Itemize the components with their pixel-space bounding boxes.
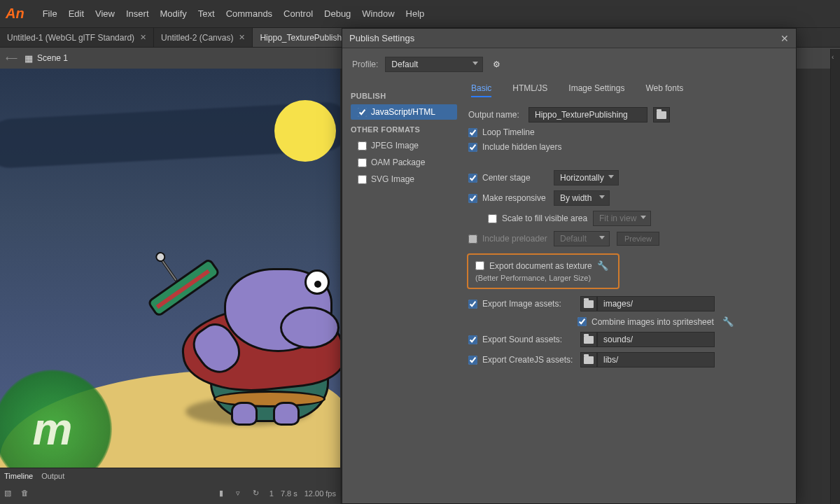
scene-name[interactable]: Scene 1 [37,53,68,63]
menu-edit[interactable]: Edit [69,8,84,19]
gear-icon[interactable]: ⚙ [490,58,503,71]
output-tab[interactable]: Output [41,472,64,480]
make-responsive-label: Make responsive [482,193,546,203]
tab-web-fonts[interactable]: Web fonts [645,83,683,97]
document-tab-1-label: Untitled-1 (WebGL glTF Standard) [7,33,134,43]
include-preloader-checkbox[interactable]: Include preloader [468,234,554,244]
chevron-down-icon [599,195,605,199]
center-stage-mode-value: Horizontally [560,173,604,183]
include-preloader-label: Include preloader [482,234,547,244]
loop-timeline-checkbox[interactable]: Loop Timeline [468,127,535,137]
profile-label: Profile: [352,59,378,69]
sounds-folder-button[interactable] [580,332,597,347]
images-folder-button[interactable] [580,296,597,312]
libs-folder-button[interactable] [580,352,597,368]
top-menu-bar: An File Edit View Insert Modify Text Com… [0,0,840,28]
close-icon[interactable]: ✕ [780,33,789,44]
preloader-mode-value: Default [560,234,587,244]
export-texture-label: Export document as texture [489,261,592,271]
sidebar-item-svg[interactable]: SVG Image [351,172,461,187]
make-responsive-checkbox[interactable]: Make responsive [468,193,554,203]
menu-window[interactable]: Window [362,8,394,19]
tab-image-settings[interactable]: Image Settings [568,83,624,97]
current-frame: 1 [270,489,274,498]
folder-icon [584,336,594,344]
scale-fill-checkbox[interactable]: Scale to fill visible area [488,214,593,223]
menu-file[interactable]: File [43,8,57,19]
center-stage-mode-select[interactable]: Horizontally [554,170,619,186]
publish-tabs: Basic HTML/JS Image Settings Web fonts [468,83,783,97]
export-texture-subtitle: (Better Performance, Larger Size) [475,274,611,282]
sidebar-item-svg-checkbox[interactable] [358,175,367,184]
right-panel-collapsed[interactable]: ‹ [830,49,840,504]
center-stage-label: Center stage [482,173,531,183]
close-icon[interactable]: ✕ [239,33,245,42]
timeline-tab[interactable]: Timeline [4,472,33,480]
sounds-path-input[interactable] [597,332,715,347]
publish-sidebar: PUBLISH JavaScript/HTML OTHER FORMATS JP… [342,76,461,504]
responsive-mode-select[interactable]: By width [554,190,610,206]
sidebar-item-jpeg-checkbox[interactable] [358,141,367,150]
document-tab-3-label: Hippo_TexturePublishi [260,33,343,43]
close-icon[interactable]: ✕ [140,33,146,42]
profile-select[interactable]: Default [385,57,483,72]
chevron-down-icon [608,175,614,178]
loop-icon[interactable]: ↻ [253,489,262,498]
export-createjs-label: Export CreateJS assets: [482,355,573,365]
back-icon[interactable]: ⟵ [6,53,18,63]
sidebar-item-js-html-checkbox[interactable] [358,108,367,117]
sidebar-item-oam-checkbox[interactable] [358,158,367,167]
moon-shape [274,100,336,162]
wrench-icon[interactable]: 🔧 [722,316,734,327]
include-hidden-checkbox[interactable]: Include hidden layers [468,142,561,152]
document-tab-1[interactable]: Untitled-1 (WebGL glTF Standard)✕ [0,28,154,47]
elapsed-time: 7.8 s [281,489,298,498]
output-name-input[interactable] [528,107,648,122]
menu-debug[interactable]: Debug [324,8,351,19]
preview-button: Preview [617,232,659,246]
export-image-checkbox[interactable]: Export Image assets: [468,299,575,309]
menu-text[interactable]: Text [198,8,215,19]
publish-settings-dialog: Publish Settings ✕ Profile: Default ⚙ PU… [342,28,797,504]
output-name-label: Output name: [468,110,528,120]
keyframe-icon[interactable]: ▧ [4,489,14,498]
chevron-left-icon: ‹ [832,53,834,61]
folder-icon [584,356,594,364]
trash-icon[interactable]: 🗑 [21,489,31,498]
other-formats-header: OTHER FORMATS [351,125,461,134]
profile-select-value: Default [391,59,418,69]
center-stage-checkbox[interactable]: Center stage [468,173,554,183]
export-texture-checkbox[interactable]: Export document as texture [475,261,592,271]
chevron-down-icon [599,236,605,239]
sidebar-item-oam[interactable]: OAM Package [351,155,461,170]
browse-output-folder-button[interactable] [653,107,670,122]
menu-insert[interactable]: Insert [126,8,149,19]
dialog-titlebar[interactable]: Publish Settings ✕ [342,29,796,48]
publish-main-panel: Basic HTML/JS Image Settings Web fonts O… [461,76,796,504]
sidebar-item-label: SVG Image [371,174,414,184]
marker-icon[interactable]: ▿ [236,489,246,498]
images-path-input[interactable] [597,296,715,312]
hippo-character [175,240,336,422]
include-hidden-label: Include hidden layers [482,142,561,152]
folder-icon [657,111,666,119]
combine-sprites-checkbox[interactable]: Combine images into spritesheet [578,317,714,327]
menu-help[interactable]: Help [406,8,425,19]
sidebar-item-label: JavaScript/HTML [371,107,435,117]
libs-path-input[interactable] [597,352,715,368]
wrench-icon[interactable]: 🔧 [597,260,608,271]
tab-basic[interactable]: Basic [471,83,491,97]
menu-commands[interactable]: Commands [226,8,272,19]
export-sound-checkbox[interactable]: Export Sound assets: [468,335,575,344]
sidebar-item-js-html[interactable]: JavaScript/HTML [351,104,457,120]
document-tab-2[interactable]: Untitled-2 (Canvas)✕ [154,28,253,47]
export-createjs-checkbox[interactable]: Export CreateJS assets: [468,355,575,365]
tab-htmljs[interactable]: HTML/JS [512,83,547,97]
stage-canvas[interactable]: m [0,69,340,468]
sidebar-item-jpeg[interactable]: JPEG Image [351,138,461,153]
combine-sprites-label: Combine images into spritesheet [592,317,714,327]
menu-control[interactable]: Control [284,8,313,19]
menu-modify[interactable]: Modify [160,8,187,19]
camera-icon[interactable]: ▮ [219,489,229,498]
menu-view[interactable]: View [95,8,115,19]
